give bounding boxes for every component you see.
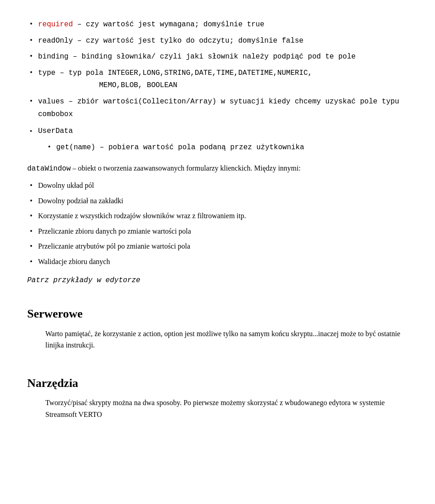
list-item-readonly-text: readOnly – czy wartość jest tylko do odc…	[38, 34, 304, 47]
keyword-required: required	[38, 20, 73, 29]
list-item-dw2: Dowolny podział na zakładki	[27, 195, 408, 207]
keyword-getname: get(name)	[56, 143, 95, 152]
narzedzia-body: Tworzyć/pisać skrypty można na dwa sposo…	[45, 397, 408, 420]
narzedzia-heading: Narzędzia	[27, 374, 408, 393]
main-content: required – czy wartość jest wymagana; do…	[27, 18, 408, 421]
userdata-sub-list: get(name) – pobiera wartość pola podaną …	[45, 141, 408, 154]
datawindow-intro-text: – obiekt o tworzenia zaawansowanych form…	[71, 164, 300, 172]
list-item-required-desc: – czy wartość jest wymagana; domyślnie t…	[73, 20, 264, 29]
userdata-section: UserData get(name) – pobiera wartość pol…	[27, 126, 408, 153]
keyword-datawindow: dataWindow	[27, 165, 71, 173]
userdata-label: UserData	[38, 126, 73, 137]
list-item-readonly-desc: – czy wartość jest tylko do odczytu; dom…	[73, 37, 304, 45]
list-item-getname: get(name) – pobiera wartość pola podaną …	[45, 141, 408, 154]
list-item-required-text: required – czy wartość jest wymagana; do…	[38, 18, 264, 31]
datawindow-note: Patrz przykłady w edytorze	[27, 275, 408, 287]
list-item-values-text: values – zbiór wartości(Colleciton/Array…	[38, 95, 408, 120]
serwerowe-body: Warto pamiętać, że korzystanie z action,…	[45, 328, 408, 351]
list-item-binding-text: binding – binding słownika/ czyli jaki s…	[38, 50, 356, 63]
keyword-binding: binding	[38, 53, 68, 61]
list-item-binding: binding – binding słownika/ czyli jaki s…	[27, 50, 408, 63]
list-item-binding-desc: – binding słownika/ czyli jaki słownik n…	[68, 53, 356, 61]
list-item-dw3: Korzystanie z wszystkich rodzajów słowni…	[27, 210, 408, 222]
list-item-dw6-text: Walidacje zbioru danych	[38, 256, 110, 268]
keyword-values: values	[38, 98, 64, 106]
list-item-dw2-text: Dowolny podział na zakładki	[38, 195, 123, 207]
list-item-dw3-text: Korzystanie z wszystkich rodzajów słowni…	[38, 210, 246, 222]
narzedzia-section: Narzędzia Tworzyć/pisać skrypty można na…	[27, 374, 408, 421]
list-item-dw1-text: Dowolny układ pól	[38, 180, 94, 191]
list-item-getname-desc: – pobiera wartość pola podaną przez użyt…	[95, 143, 304, 152]
list-item-dw5-text: Przeliczanie atrybutów pól po zmianie wa…	[38, 240, 190, 252]
datawindow-section: dataWindow – obiekt o tworzenia zaawanso…	[27, 162, 408, 286]
list-item-getname-text: get(name) – pobiera wartość pola podaną …	[56, 141, 304, 154]
userdata-label-item: UserData	[27, 126, 408, 137]
list-item-readonly: readOnly – czy wartość jest tylko do odc…	[27, 34, 408, 47]
list-item-dw4: Przeliczanie zbioru danych po zmianie wa…	[27, 225, 408, 237]
list-item-type: type – typ pola INTEGER,LONG,STRING,DATE…	[27, 67, 408, 92]
keyword-readonly: readOnly	[38, 37, 73, 45]
list-item-dw4-text: Przeliczanie zbioru danych po zmianie wa…	[38, 225, 191, 237]
serwerowe-section: Serwerowe Warto pamiętać, że korzystanie…	[27, 304, 408, 351]
list-item-dw1: Dowolny układ pól	[27, 180, 408, 191]
datawindow-intro: dataWindow – obiekt o tworzenia zaawanso…	[27, 162, 408, 175]
list-item-dw5: Przeliczanie atrybutów pól po zmianie wa…	[27, 240, 408, 252]
keyword-type: type	[38, 69, 55, 77]
list-item-type-desc: – typ pola INTEGER,LONG,STRING,DATE,TIME…	[38, 69, 312, 90]
list-item-type-text: type – typ pola INTEGER,LONG,STRING,DATE…	[38, 67, 312, 92]
list-item-dw6: Walidacje zbioru danych	[27, 256, 408, 268]
list-item-values-desc: – zbiór wartości(Colleciton/Array) w syt…	[38, 98, 399, 118]
list-item-values: values – zbiór wartości(Colleciton/Array…	[27, 95, 408, 120]
serwerowe-heading: Serwerowe	[27, 304, 408, 323]
list-item-required: required – czy wartość jest wymagana; do…	[27, 18, 408, 31]
